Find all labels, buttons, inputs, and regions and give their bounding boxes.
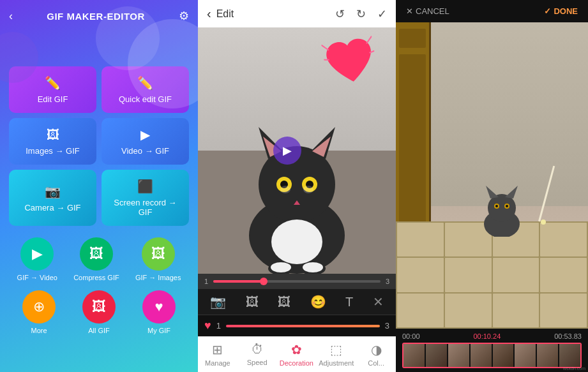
gif-images-icon: 🖼 [142, 237, 175, 271]
my-gif-button[interactable]: ♥ My GIF [142, 290, 176, 334]
play-button[interactable]: ▶ [273, 137, 301, 165]
panel2-back-icon[interactable]: ‹ [207, 6, 211, 21]
video-preview-area [396, 22, 588, 329]
color-tab-label: Col... [368, 359, 384, 367]
progress-track[interactable] [213, 280, 381, 283]
panel2-header: ‹ Edit ↺ ↻ ✓ [198, 0, 396, 27]
cat-toy-tip [541, 219, 546, 225]
cancel-button[interactable]: ✕ CANCEL [406, 6, 449, 16]
progress-thumb[interactable] [260, 278, 268, 285]
kitten-svg [476, 179, 527, 237]
gif-video-button[interactable]: ▶ GIF → Video [17, 237, 57, 281]
thumbnail-strip[interactable] [402, 343, 582, 368]
video-gif-label: Video → GIF [121, 146, 169, 156]
watermark: wsxdn.com [563, 366, 585, 371]
done-button[interactable]: ✓ DONE [544, 6, 578, 16]
compress-gif-button[interactable]: 🖼 Compress GIF [73, 237, 119, 281]
camera-gif-button[interactable]: 📷 Camera → GIF [9, 170, 96, 226]
frame-count-row: ♥ 1 3 [198, 315, 396, 336]
manage-tab-icon: ⊞ [212, 342, 223, 357]
gif-images-button[interactable]: 🖼 GIF → Images [135, 237, 181, 281]
confirm-icon[interactable]: ✓ [377, 7, 387, 21]
room-scene [396, 22, 588, 329]
thumb-frame-6 [515, 344, 536, 367]
speed-tab-icon: ⏱ [251, 342, 264, 357]
tab-speed[interactable]: ⏱ Speed [237, 337, 277, 372]
heart-frame-icon: ♥ [204, 319, 211, 332]
decoration-tab-label: Decoration [280, 359, 313, 367]
emoji-tool-icon[interactable]: 😊 [310, 294, 326, 309]
back-icon[interactable]: ‹ [9, 10, 13, 23]
time-mid: 00:10.24 [473, 332, 501, 340]
decoration-tab-icon: ✿ [291, 342, 302, 357]
tab-adjustment[interactable]: ⬚ Adjustment [316, 337, 356, 372]
gif-preview-area: ▶ [198, 27, 396, 274]
speed-tab-label: Speed [247, 359, 268, 366]
panel2-title: Edit [216, 8, 234, 20]
panel-edit-gif: ‹ Edit ↺ ↻ ✓ [198, 0, 396, 372]
svg-point-17 [303, 262, 323, 272]
screen-record-gif-label: Screen record → GIF [108, 198, 183, 217]
progress-end-label: 3 [386, 278, 389, 285]
color-tab-icon: ◑ [371, 342, 382, 357]
svg-marker-24 [486, 186, 499, 198]
cat-svg [233, 95, 361, 274]
done-label: DONE [554, 6, 578, 16]
edit-gif-icon: ✏️ [45, 75, 61, 91]
frame-slider[interactable] [226, 325, 380, 327]
camera-gif-label: Camera → GIF [24, 203, 80, 212]
svg-point-13 [303, 186, 313, 193]
thumb-frame-1 [403, 344, 425, 367]
panel2-bottom-tabs: ⊞ Manage ⏱ Speed ✿ Decoration ⬚ Adjustme… [198, 336, 396, 372]
sticker-tool-icon[interactable]: 🖼 [278, 295, 290, 309]
image-tool-icon[interactable]: 🖼 [246, 295, 259, 309]
camera-gif-icon: 📷 [45, 184, 61, 199]
gif-video-icon: ▶ [20, 237, 54, 271]
my-gif-label: My GIF [147, 327, 170, 334]
compress-gif-icon: 🖼 [80, 237, 113, 271]
tab-decoration[interactable]: ✿ Decoration [277, 337, 317, 372]
all-gif-button[interactable]: 🖼 All GIF [82, 290, 116, 334]
bottom-row-2: ⊕ More 🖼 All GIF ♥ My GIF [0, 284, 198, 337]
my-gif-icon: ♥ [142, 290, 176, 324]
screen-record-gif-button[interactable]: ⬛ Screen record → GIF [102, 170, 189, 226]
more-button[interactable]: ⊕ More [22, 290, 56, 334]
thumb-frame-7 [537, 344, 558, 367]
svg-line-19 [365, 36, 373, 44]
more-label: More [31, 327, 47, 334]
heart-sticker[interactable] [320, 33, 381, 101]
frame-end-label: 3 [385, 321, 389, 331]
progress-fill [213, 280, 264, 283]
thumb-frame-5 [493, 344, 514, 367]
cat-preview-image: ▶ [198, 27, 396, 274]
video-gif-button[interactable]: ▶ Video → GIF [102, 118, 189, 165]
gif-images-label: GIF → Images [135, 274, 181, 281]
door-panel-top [399, 29, 426, 48]
thumb-frame-8 [559, 344, 580, 367]
video-gif-icon: ▶ [140, 127, 150, 142]
tools-close-icon[interactable]: ✕ [373, 294, 384, 309]
manage-tab-label: Manage [205, 359, 230, 367]
edit-gif-label: Edit GIF [38, 94, 68, 104]
svg-line-18 [321, 44, 329, 52]
svg-point-16 [271, 262, 291, 272]
undo-icon[interactable]: ↺ [335, 7, 345, 21]
screen-record-gif-icon: ⬛ [137, 179, 153, 194]
svg-point-12 [280, 186, 290, 193]
svg-point-28 [495, 205, 498, 207]
time-labels: 00:00 00:10.24 00:53.83 [402, 332, 582, 340]
text-tool-icon[interactable]: T [345, 295, 353, 309]
panel2-header-right: ↺ ↻ ✓ [335, 7, 387, 21]
redo-icon[interactable]: ↻ [356, 7, 366, 21]
bottom-row-1: ▶ GIF → Video 🖼 Compress GIF 🖼 GIF → Ima… [0, 231, 198, 284]
tab-manage[interactable]: ⊞ Manage [198, 337, 237, 372]
svg-point-29 [506, 205, 508, 207]
tab-color[interactable]: ◑ Col... [356, 337, 396, 372]
images-gif-button[interactable]: 🖼 Images → GIF [9, 118, 96, 165]
timeline-area: 00:00 00:10.24 00:53.83 [396, 329, 588, 372]
adjustment-tab-label: Adjustment [319, 359, 354, 367]
camera-tool-icon[interactable]: 📷 [210, 294, 226, 309]
panel-video-editor: ✕ CANCEL ✓ DONE [396, 0, 588, 372]
done-check-icon: ✓ [544, 6, 551, 16]
progress-bar-panel2: 1 3 [198, 274, 396, 289]
